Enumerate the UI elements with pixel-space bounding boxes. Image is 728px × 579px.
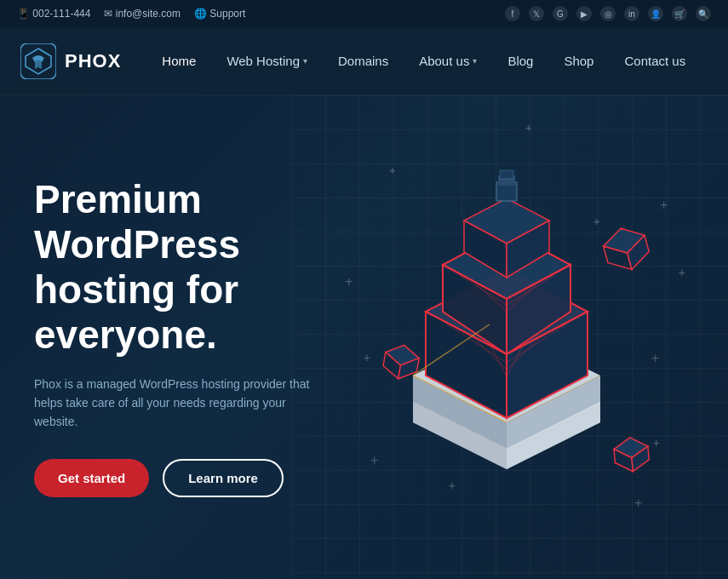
hero-buttons: Get started Learn more (34, 459, 327, 497)
svg-text:+: + (345, 274, 353, 289)
linkedin-icon[interactable]: in (624, 6, 639, 21)
cart-icon[interactable]: 🛒 (672, 6, 687, 21)
svg-text:+: + (651, 351, 659, 365)
get-started-button[interactable]: Get started (34, 459, 149, 497)
svg-text:+: + (634, 496, 642, 510)
hero-content: Premium WordPress hosting for everyone. … (34, 177, 327, 497)
email-icon: ✉ (104, 8, 112, 20)
nav-shop[interactable]: Shop (550, 47, 607, 75)
youtube-icon[interactable]: ▶ (576, 6, 592, 21)
navbar: PHOX Home Web Hosting ▾ Domains About us… (0, 27, 728, 95)
nav-about-us[interactable]: About us ▾ (405, 47, 490, 75)
hero-description: Phox is a managed WordPress hosting prov… (34, 375, 324, 432)
svg-text:+: + (660, 198, 668, 212)
support-link[interactable]: 🌐 Support (194, 8, 245, 20)
nav-web-hosting[interactable]: Web Hosting ▾ (213, 47, 321, 75)
phone-icon: 📱 (17, 8, 30, 20)
topbar-social-icons: f 𝕏 G ▶ ◎ in 👤 🛒 🔍 (505, 6, 711, 21)
twitter-icon[interactable]: 𝕏 (529, 6, 544, 21)
topbar-contact-info: 📱 002-111-444 ✉ info@site.com 🌐 Support (17, 8, 245, 20)
dribbble-icon[interactable]: ◎ (600, 6, 616, 21)
svg-rect-39 (500, 170, 513, 179)
chevron-down-icon: ▾ (303, 56, 307, 66)
logo[interactable]: PHOX (20, 43, 121, 79)
nav-home[interactable]: Home (148, 47, 209, 75)
topbar: 📱 002-111-444 ✉ info@site.com 🌐 Support … (0, 0, 728, 27)
globe-icon: 🌐 (194, 8, 207, 20)
svg-text:+: + (370, 453, 378, 467)
hero-section: + + + + + + + Premium WordPress hosting … (0, 95, 728, 579)
learn-more-button[interactable]: Learn more (163, 459, 284, 497)
nav-links: Home Web Hosting ▾ Domains About us ▾ Bl… (148, 47, 708, 75)
user-icon[interactable]: 👤 (648, 6, 663, 21)
nav-blog[interactable]: Blog (494, 47, 547, 75)
google-icon[interactable]: G (553, 6, 568, 21)
hero-illustration: + + + + + (327, 129, 685, 545)
phone-info: 📱 002-111-444 (17, 8, 90, 20)
phone-number: 002-111-444 (32, 8, 90, 20)
chevron-down-icon: ▾ (473, 56, 477, 66)
support-label: Support (209, 8, 245, 20)
logo-text: PHOX (65, 50, 121, 72)
nav-domains[interactable]: Domains (324, 47, 402, 75)
facebook-icon[interactable]: f (505, 6, 520, 21)
logo-icon (20, 43, 56, 79)
hero-title: Premium WordPress hosting for everyone. (34, 177, 327, 358)
hero-3d-illustration: + + + + + (336, 158, 677, 516)
nav-contact-us[interactable]: Contact us (610, 47, 699, 75)
email-address: info@site.com (116, 8, 181, 20)
search-icon[interactable]: 🔍 (696, 6, 711, 21)
email-info: ✉ info@site.com (104, 8, 181, 20)
